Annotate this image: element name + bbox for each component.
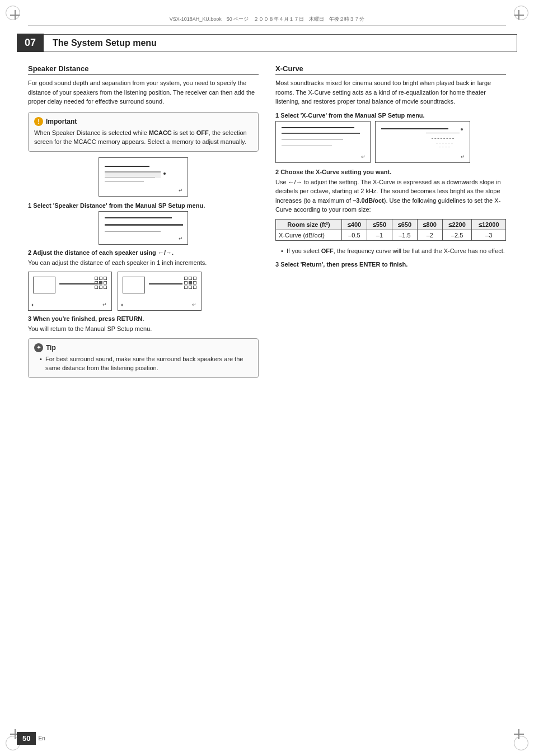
step2-label: 2 Adjust the distance of each speaker us…: [28, 249, 259, 256]
xcurve-step3: 3 Select 'Return', then press ENTER to f…: [275, 261, 506, 268]
xcurve-step2: 2 Choose the X-Curve setting you want. U…: [275, 169, 506, 214]
xcurve-bullet-list: If you select OFF, the frequency curve w…: [275, 246, 506, 256]
return-arrow-1: ↵: [179, 188, 183, 193]
right-column: X-Curve Most soundtracks mixed for cinem…: [275, 64, 506, 722]
corner-circle-br: [514, 736, 528, 750]
chapter-title: The System Setup menu: [44, 34, 517, 52]
step1-speaker-distance: 1 Select 'Speaker Distance' from the Man…: [28, 202, 259, 245]
xcurve-screen-left: ↵: [275, 121, 371, 163]
important-title: ! Important: [34, 117, 252, 126]
xcurve-step2-label: 2 Choose the X-Curve setting you want.: [275, 169, 506, 175]
file-info: VSX-1018AH_KU.book 50 ページ ２００８年４月１７日 木曜日…: [28, 16, 506, 26]
xcurve-val-6: –3: [472, 230, 506, 240]
table-header-2200: ≤2200: [442, 219, 472, 230]
screen-mockup-initial: ↵: [99, 157, 188, 197]
tip-list: For best surround sound, make sure the s…: [34, 354, 252, 373]
xcurve-title: X-Curve: [275, 64, 506, 75]
corner-circle-tl: [6, 6, 20, 20]
xcurve-body: Most soundtracks mixed for cinema sound …: [275, 78, 506, 106]
table-header-550: ≤550: [367, 219, 392, 230]
xcurve-step2-body: Use ←/→ to adjust the setting. The X-Cur…: [275, 178, 506, 214]
step3-label: 3 When you're finished, press RETURN.: [28, 315, 259, 322]
important-text: When Speaker Distance is selected while …: [34, 128, 252, 147]
table-header-12000: ≤12000: [472, 219, 506, 230]
important-box: ! Important When Speaker Distance is sel…: [28, 112, 259, 152]
speaker-distance-title: Speaker Distance: [28, 64, 259, 75]
main-content: Speaker Distance For good sound depth an…: [28, 64, 506, 722]
step3-speaker-distance: 3 When you're finished, press RETURN. Yo…: [28, 315, 259, 334]
xcurve-table-row: X-Curve (dB/oct) –0.5 –1 –1.5 –2 –2.5 –3: [276, 230, 506, 240]
speaker-distance-body: For good sound depth and separation from…: [28, 78, 259, 106]
tip-icon: ✦: [34, 343, 43, 352]
screen-right-step2: ♦ ↵: [118, 272, 202, 311]
warning-icon: !: [34, 117, 43, 126]
step2-body: You can adjust the distance of each spea…: [28, 258, 259, 268]
left-column: Speaker Distance For good sound depth an…: [28, 64, 259, 722]
xcurve-val-2: –1: [367, 230, 392, 240]
screens-row-step2: ♦ ↵: [28, 272, 259, 311]
page-footer: 50 En: [17, 732, 45, 745]
xcurve-step3-label: 3 Select 'Return', then press ENTER to f…: [275, 261, 506, 268]
page-number: 50: [17, 732, 36, 745]
return-arrow-2: ↵: [179, 236, 183, 241]
step1-label: 1 Select 'Speaker Distance' from the Man…: [28, 202, 259, 209]
xcurve-bullet-item: If you select OFF, the frequency curve w…: [281, 246, 506, 256]
tip-box: ✦ Tip For best surround sound, make sure…: [28, 338, 259, 378]
xcurve-table: Room size (ft²) ≤400 ≤550 ≤650 ≤800 ≤220…: [275, 219, 506, 241]
xcurve-val-5: –2.5: [442, 230, 472, 240]
tip-item: For best surround sound, make sure the s…: [40, 354, 252, 373]
chapter-header: 07 The System Setup menu: [17, 34, 517, 52]
step2-speaker-distance: 2 Adjust the distance of each speaker us…: [28, 249, 259, 268]
xcurve-step1: 1 Select 'X-Curve' from the Manual SP Se…: [275, 112, 506, 163]
xcurve-val-3: –1.5: [392, 230, 417, 240]
xcurve-step1-label: 1 Select 'X-Curve' from the Manual SP Se…: [275, 112, 506, 119]
tip-title: ✦ Tip: [34, 343, 252, 352]
table-header-label: Room size (ft²): [276, 219, 342, 230]
table-header-650: ≤650: [392, 219, 417, 230]
xcurve-val-1: –0.5: [342, 230, 367, 240]
screen-left-step2: ♦ ↵: [28, 272, 112, 311]
chapter-number: 07: [17, 34, 44, 52]
step3-body: You will return to the Manual SP Setup m…: [28, 324, 259, 334]
table-header-800: ≤800: [417, 219, 442, 230]
corner-circle-tr: [514, 6, 528, 20]
page-lang: En: [38, 735, 45, 741]
screen-mockup-step1: ↵: [99, 211, 188, 245]
xcurve-val-4: –2: [417, 230, 442, 240]
table-header-400: ≤400: [342, 219, 367, 230]
xcurve-row-label: X-Curve (dB/oct): [276, 230, 342, 240]
xcurve-screen-right: ↵: [375, 121, 470, 163]
